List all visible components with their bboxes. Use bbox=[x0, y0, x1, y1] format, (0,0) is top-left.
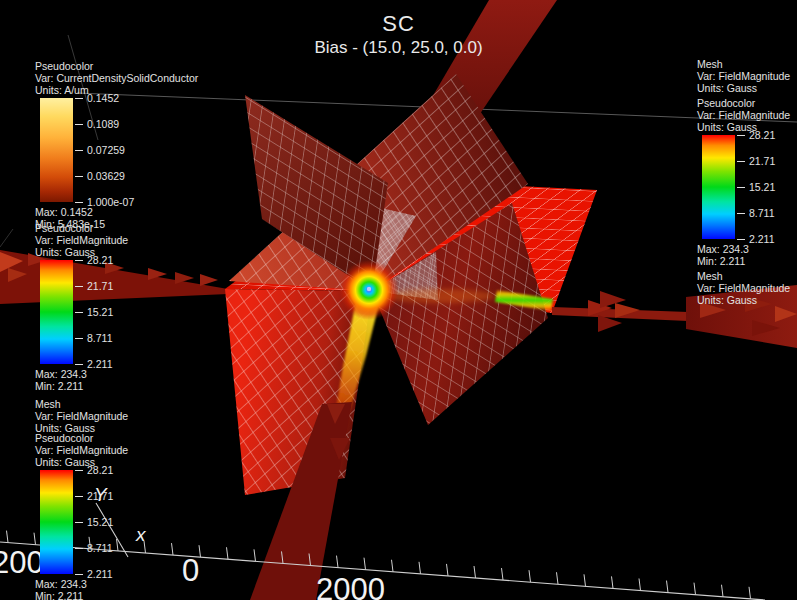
legend-var-label: Var: FieldMagnitude bbox=[35, 444, 245, 456]
legend-plot-type: Mesh bbox=[697, 270, 797, 282]
colorbar-tick-label: 8.711 bbox=[75, 542, 113, 554]
colorbar-tick-label: 21.71 bbox=[75, 490, 113, 502]
colorbar-tick-label: 0.07259 bbox=[75, 144, 125, 156]
colorbar-tick-label: 1.000e-07 bbox=[75, 196, 134, 208]
legend-block: Mesh Var: FieldMagnitude Units: Gauss bbox=[697, 270, 797, 306]
colorbar bbox=[40, 470, 73, 574]
legend-plot-type: Pseudocolor bbox=[35, 432, 245, 444]
colorbar-tick-label: 15.21 bbox=[75, 516, 113, 528]
colorbar-tick-label: 15.21 bbox=[75, 306, 113, 318]
colorbar bbox=[702, 135, 735, 239]
colorbar-tick-label: 28.21 bbox=[75, 464, 113, 476]
legend-var-label: Var: FieldMagnitude bbox=[35, 410, 245, 422]
legend-var-label: Var: FieldMagnitude bbox=[697, 109, 797, 121]
legend-max-value: Max: 234.3 bbox=[35, 368, 245, 380]
legend-block: Pseudocolor Var: FieldMagnitude Units: G… bbox=[697, 97, 797, 267]
legend-plot-type: Mesh bbox=[35, 398, 245, 410]
plot-title: SC bbox=[0, 11, 797, 37]
legend-block: Pseudocolor Var: FieldMagnitude Units: G… bbox=[35, 432, 245, 600]
colorbar-tick-label: 8.711 bbox=[737, 207, 775, 219]
plot-subtitle: Bias - (15.0, 25.0, 0.0) bbox=[0, 38, 797, 58]
x-axis-tick-2000: 2000 bbox=[316, 572, 385, 600]
colorbar-tick-label: 21.71 bbox=[75, 280, 113, 292]
legend-units-label: Units: Gauss bbox=[35, 456, 245, 468]
legend-colorbar-row: 28.2121.7115.218.7112.211 bbox=[35, 470, 245, 574]
colorbar-tick-label: 28.21 bbox=[75, 254, 113, 266]
colorbar-tick-label: 0.03629 bbox=[75, 170, 125, 182]
legend-plot-type: Pseudocolor bbox=[697, 97, 797, 109]
legend-max-value: Max: 0.1452 bbox=[35, 206, 245, 218]
legend-units-label: Units: Gauss bbox=[697, 294, 797, 306]
legend-var-label: Var: CurrentDensitySolidConductor bbox=[35, 72, 245, 84]
plot-title-block: SC Bias - (15.0, 25.0, 0.0) bbox=[0, 11, 797, 58]
colorbar-tick-label: 21.71 bbox=[737, 155, 775, 167]
legend-block: Pseudocolor Var: FieldMagnitude Units: G… bbox=[35, 222, 245, 392]
colorbar-tick-label: 2.211 bbox=[75, 358, 113, 370]
legend-colorbar-row: 28.2121.7115.218.7112.211 bbox=[697, 135, 797, 239]
legend-min-value: Min: 2.211 bbox=[697, 255, 797, 267]
legend-block: Mesh Var: FieldMagnitude Units: Gauss bbox=[35, 398, 245, 434]
colorbar-tick-label: 2.211 bbox=[75, 568, 113, 580]
legend-colorbar-row: 0.14520.10890.072590.036291.000e-07 bbox=[35, 98, 245, 202]
legend-block: Pseudocolor Var: CurrentDensitySolidCond… bbox=[35, 60, 245, 230]
legend-max-value: Max: 234.3 bbox=[35, 578, 245, 590]
legend-plot-type: Pseudocolor bbox=[35, 222, 245, 234]
colorbar-tick-label: 0.1089 bbox=[75, 118, 119, 130]
legend-var-label: Var: FieldMagnitude bbox=[697, 282, 797, 294]
legend-var-label: Var: FieldMagnitude bbox=[35, 234, 245, 246]
legend-plot-type: Mesh bbox=[697, 58, 797, 70]
legend-plot-type: Pseudocolor bbox=[35, 60, 245, 72]
legend-block: Mesh Var: FieldMagnitude Units: Gauss bbox=[697, 58, 797, 94]
legend-units-label: Units: A/um bbox=[35, 84, 245, 96]
colorbar-tick-label: 8.711 bbox=[75, 332, 113, 344]
legend-colorbar-row: 28.2121.7115.218.7112.211 bbox=[35, 260, 245, 364]
legend-min-value: Min: 2.211 bbox=[35, 380, 245, 392]
colorbar-tick-label: 15.21 bbox=[737, 181, 775, 193]
legend-min-value: Min: 2.211 bbox=[35, 590, 245, 600]
visit-render-window: SC Bias - (15.0, 25.0, 0.0) 2000 0 2000 … bbox=[0, 0, 797, 600]
legend-var-label: Var: FieldMagnitude bbox=[697, 70, 797, 82]
colorbar-tick-label: 2.211 bbox=[737, 233, 775, 245]
legend-units-label: Units: Gauss bbox=[697, 82, 797, 94]
colorbar bbox=[40, 260, 73, 364]
colorbar-tick-label: 0.1452 bbox=[75, 92, 119, 104]
colorbar-tick-label: 28.21 bbox=[737, 129, 775, 141]
legend-units-label: Units: Gauss bbox=[35, 246, 245, 258]
colorbar bbox=[40, 98, 73, 202]
